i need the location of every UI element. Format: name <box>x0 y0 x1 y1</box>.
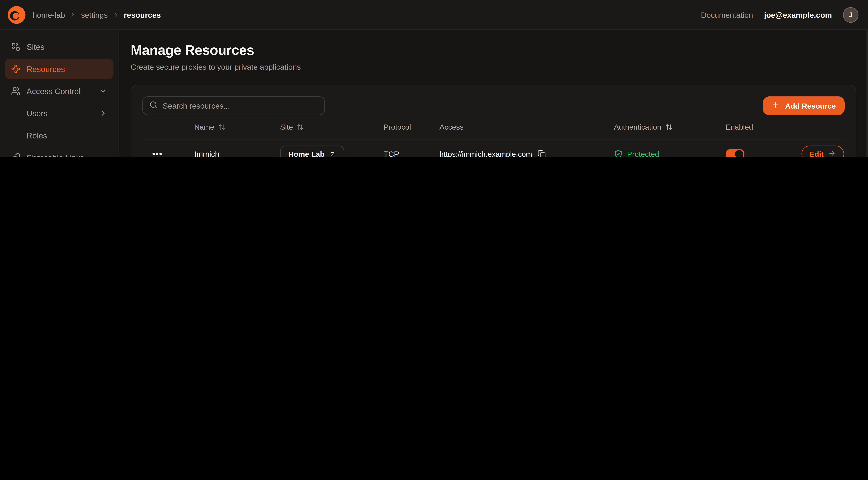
chevron-right-icon <box>99 109 107 117</box>
shield-check-icon <box>614 150 623 157</box>
add-resource-button[interactable]: Add Resource <box>763 96 845 115</box>
sidebar-item-label: Resources <box>27 64 65 73</box>
resource-name: Immich <box>194 150 280 157</box>
col-authentication: Authentication <box>614 123 661 131</box>
documentation-link[interactable]: Documentation <box>701 10 753 19</box>
col-access: Access <box>439 123 464 131</box>
sidebar-item-label: Users <box>27 109 48 118</box>
top-bar: home-lab settings resources Documentatio… <box>0 0 868 30</box>
scrollbar[interactable] <box>866 30 868 157</box>
plus-icon <box>772 101 780 111</box>
breadcrumb-resources[interactable]: resources <box>124 10 161 19</box>
sidebar-item-label: Roles <box>27 131 47 140</box>
sort-icon[interactable] <box>297 124 304 131</box>
table-header: Name Site Protocol Access Authentication… <box>142 115 845 139</box>
chevron-right-icon <box>69 11 77 18</box>
pangolin-logo-icon[interactable] <box>8 6 26 24</box>
breadcrumb-settings[interactable]: settings <box>81 10 108 19</box>
copy-icon[interactable] <box>537 150 546 157</box>
edit-label: Edit <box>810 150 824 157</box>
search-input-wrap <box>142 96 325 115</box>
page-title: Manage Resources <box>131 42 856 58</box>
sort-icon[interactable] <box>665 124 673 131</box>
users-icon <box>11 86 21 96</box>
resource-protocol: TCP <box>383 150 439 157</box>
resource-access-url: https://immich.example.com <box>439 150 532 157</box>
resources-waypoints-icon <box>11 64 21 74</box>
sidebar-item-label: Shareable Links <box>27 153 84 157</box>
col-site: Site <box>280 123 293 131</box>
sidebar-item-label: Access Control <box>27 87 81 96</box>
sites-icon <box>11 42 21 51</box>
sort-icon[interactable] <box>218 124 225 131</box>
user-email[interactable]: joe@example.com <box>764 10 832 19</box>
chevron-right-icon <box>112 11 119 18</box>
arrow-up-right-icon <box>330 151 336 157</box>
sidebar-item-roles[interactable]: Roles <box>5 125 114 146</box>
search-input[interactable] <box>163 101 318 110</box>
sidebar-item-label: Sites <box>27 42 44 51</box>
sidebar-item-resources[interactable]: Resources <box>5 59 114 79</box>
page-subtitle: Create secure proxies to your private ap… <box>131 63 856 71</box>
app-window: home-lab settings resources Documentatio… <box>0 0 868 157</box>
row-menu-icon[interactable]: ••• <box>152 149 162 157</box>
auth-status: Protected <box>614 150 725 157</box>
add-resource-label: Add Resource <box>785 101 836 110</box>
sidebar: Sites Resources Access Control Users Rol… <box>0 30 119 157</box>
sidebar-item-shareable-links[interactable]: Shareable Links <box>5 147 114 157</box>
auth-status-label: Protected <box>627 150 659 157</box>
site-name: Home Lab <box>288 150 324 157</box>
arrow-right-icon <box>828 149 836 157</box>
breadcrumb: home-lab settings resources <box>33 10 161 19</box>
link-icon <box>11 153 21 157</box>
chevron-down-icon <box>99 87 107 95</box>
sidebar-item-sites[interactable]: Sites <box>5 36 114 57</box>
col-name: Name <box>194 123 214 131</box>
breadcrumb-org[interactable]: home-lab <box>33 10 65 19</box>
enabled-toggle[interactable] <box>725 149 744 157</box>
main-content: Manage Resources Create secure proxies t… <box>119 30 868 157</box>
col-protocol: Protocol <box>383 123 411 131</box>
avatar[interactable]: J <box>843 7 859 23</box>
sidebar-item-access-control[interactable]: Access Control <box>5 81 114 101</box>
sidebar-item-users[interactable]: Users <box>5 103 114 123</box>
table-row: ••• Immich Home Lab TCP https://immich.e… <box>142 139 845 157</box>
site-link-button[interactable]: Home Lab <box>280 145 344 157</box>
edit-button[interactable]: Edit <box>801 146 844 157</box>
resources-card: Add Resource Name Site Protocol Access A… <box>131 85 856 157</box>
search-icon <box>150 100 158 111</box>
col-enabled: Enabled <box>725 123 753 131</box>
